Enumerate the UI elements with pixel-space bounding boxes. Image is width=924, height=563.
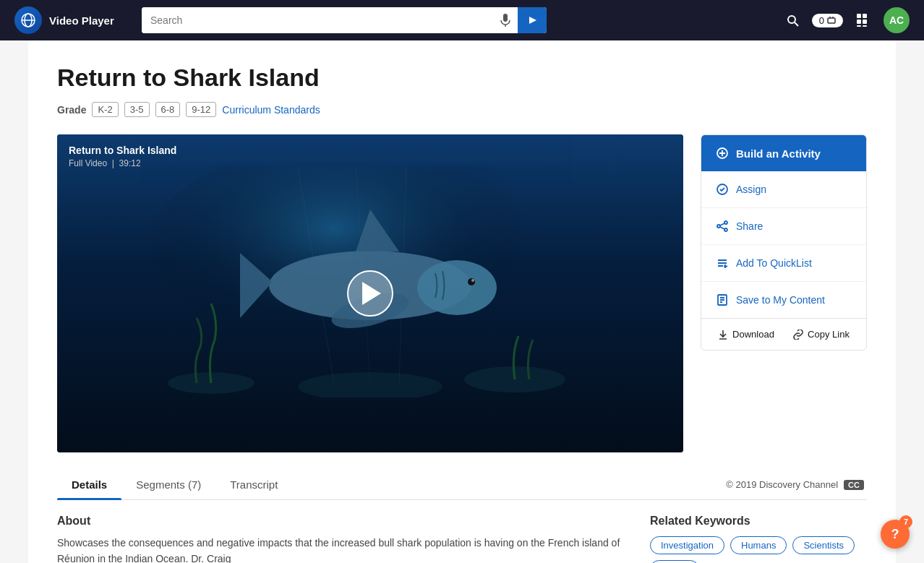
svg-point-37: [724, 228, 727, 231]
tab-transcript-label: Transcript: [230, 478, 278, 491]
tab-details[interactable]: Details: [57, 470, 121, 499]
svg-rect-13: [857, 20, 861, 24]
grade-k2: K-2: [92, 102, 118, 117]
grid-icon[interactable]: [856, 13, 870, 27]
about-right: Related Keywords Investigation Humans Sc…: [650, 515, 867, 563]
header: Video Player 0: [0, 0, 924, 40]
svg-point-36: [717, 225, 720, 228]
sidebar-card: Build an Activity Assign: [701, 134, 867, 351]
assign-label: Assign: [736, 184, 766, 195]
share-label: Share: [736, 220, 763, 232]
svg-rect-8: [828, 18, 835, 23]
about-text: Showcases the consequences and negative …: [57, 535, 621, 563]
tab-details-label: Details: [72, 478, 107, 491]
help-button[interactable]: 7 ?: [881, 520, 910, 549]
assign-button[interactable]: Assign: [701, 171, 866, 208]
svg-rect-16: [863, 25, 867, 27]
search-input[interactable]: [142, 7, 493, 33]
svg-rect-11: [857, 14, 861, 18]
video-duration: 39:12: [119, 158, 141, 168]
share-button[interactable]: Share: [701, 208, 866, 245]
search-submit-button[interactable]: [518, 7, 547, 33]
svg-rect-12: [863, 14, 867, 18]
video-subtitle-overlay: Full Video | 39:12: [69, 158, 176, 168]
cc-badge: CC: [844, 480, 864, 490]
copy-link-button[interactable]: Copy Link: [793, 329, 850, 340]
about-left: About Showcases the consequences and neg…: [57, 515, 621, 563]
main-content: Return to Shark Island Grade K-2 3-5 6-8…: [28, 40, 896, 563]
keyword-investigation[interactable]: Investigation: [650, 536, 724, 554]
grade-label: Grade: [57, 104, 86, 116]
video-title-overlay: Return to Shark Island: [69, 145, 176, 156]
header-right: 0 AC: [786, 7, 910, 33]
keyword-ocean[interactable]: Ocean: [650, 560, 699, 563]
svg-line-39: [720, 227, 724, 229]
tab-segments[interactable]: Segments (7): [121, 470, 215, 499]
build-activity-label: Build an Activity: [736, 147, 821, 160]
sidebar-bottom-actions: Download Copy Link: [701, 318, 866, 350]
copyright-text: © 2019 Discovery Channel: [726, 479, 838, 490]
copy-link-label: Copy Link: [808, 329, 850, 340]
mic-button[interactable]: [493, 7, 518, 33]
svg-point-19: [417, 260, 497, 315]
svg-rect-15: [857, 25, 861, 27]
video-player[interactable]: Return to Shark Island Full Video | 39:1…: [57, 134, 683, 452]
svg-rect-3: [503, 14, 508, 22]
play-button[interactable]: [347, 270, 393, 317]
help-icon: ?: [891, 527, 899, 542]
svg-marker-5: [529, 17, 536, 24]
about-section: About Showcases the consequences and neg…: [57, 515, 867, 563]
about-heading: About: [57, 515, 621, 528]
play-icon: [362, 282, 381, 305]
help-badge: 7: [899, 515, 912, 528]
svg-point-6: [788, 16, 795, 23]
tabs-left: Details Segments (7) Transcript: [57, 470, 292, 499]
keywords-heading: Related Keywords: [650, 515, 867, 528]
keyword-humans[interactable]: Humans: [730, 536, 787, 554]
logo: Video Player: [14, 7, 130, 34]
search-icon[interactable]: [786, 14, 799, 27]
svg-rect-14: [863, 20, 867, 24]
video-info-overlay: Return to Shark Island Full Video | 39:1…: [69, 145, 176, 168]
search-bar: [142, 7, 547, 33]
grade-68: 6-8: [155, 102, 181, 117]
add-to-quicklist-button[interactable]: Add To QuickList: [701, 245, 866, 282]
add-to-quicklist-label: Add To QuickList: [736, 257, 812, 269]
save-to-content-button[interactable]: Save to My Content: [701, 282, 866, 318]
video-type: Full Video: [69, 158, 107, 168]
video-overlay: Return to Shark Island Full Video | 39:1…: [57, 134, 683, 452]
save-to-content-label: Save to My Content: [736, 294, 825, 306]
svg-point-24: [471, 279, 474, 282]
build-activity-button[interactable]: Build an Activity: [701, 135, 866, 171]
sidebar: Build an Activity Assign: [701, 134, 867, 351]
avatar[interactable]: AC: [884, 7, 910, 33]
content-row: Return to Shark Island Full Video | 39:1…: [57, 134, 867, 452]
download-button[interactable]: Download: [718, 329, 774, 340]
avatar-initials: AC: [889, 14, 904, 26]
keyword-scientists[interactable]: Scientists: [792, 536, 855, 554]
copyright-row: © 2019 Discovery Channel CC: [726, 479, 867, 490]
header-title: Video Player: [49, 14, 114, 27]
svg-line-38: [720, 223, 724, 225]
badge-count: 0: [819, 15, 824, 26]
grade-912: 9-12: [186, 102, 216, 117]
curriculum-standards-link[interactable]: Curriculum Standards: [222, 104, 320, 116]
tab-transcript[interactable]: Transcript: [215, 470, 292, 499]
svg-point-35: [724, 221, 727, 224]
keywords-row: Investigation Humans Scientists Ocean: [650, 536, 867, 563]
page-title: Return to Shark Island: [57, 64, 867, 92]
download-label: Download: [732, 329, 774, 340]
svg-line-7: [795, 22, 798, 26]
logo-icon: [14, 7, 42, 34]
tabs-row: Details Segments (7) Transcript © 2019 D…: [57, 470, 867, 500]
grade-35: 3-5: [124, 102, 150, 117]
badge-counter[interactable]: 0: [812, 14, 843, 27]
svg-point-23: [468, 278, 475, 285]
tab-segments-label: Segments (7): [136, 478, 201, 491]
grade-row: Grade K-2 3-5 6-8 9-12 Curriculum Standa…: [57, 102, 867, 117]
